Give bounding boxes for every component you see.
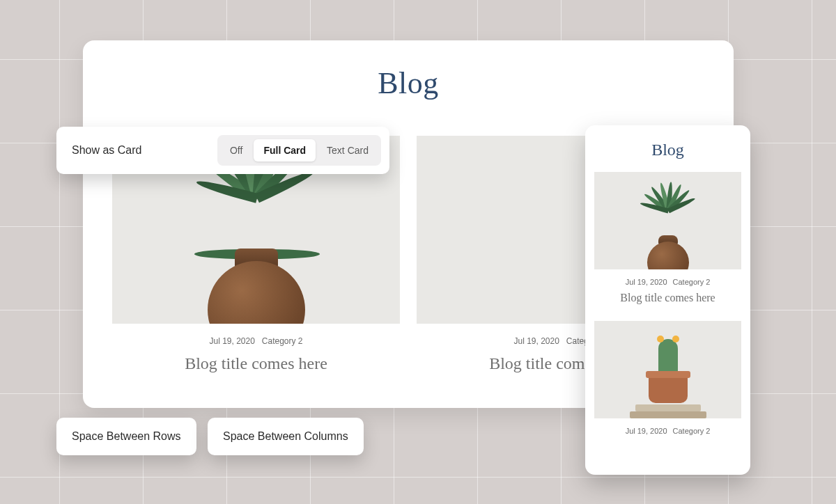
post-title: Blog title comes here — [185, 354, 327, 373]
space-between-columns-control[interactable]: Space Between Columns — [208, 418, 364, 455]
card-option-text[interactable]: Text Card — [317, 139, 378, 162]
card-option-off[interactable]: Off — [220, 139, 252, 162]
mobile-preview-card: Blog Jul 19, 2020 Category 2 Blog title … — [585, 125, 750, 475]
post-meta: Jul 19, 2020 Category 2 — [594, 278, 741, 286]
post-category: Category 2 — [673, 427, 711, 435]
cactus-illustration — [594, 321, 741, 418]
card-option-full[interactable]: Full Card — [254, 139, 316, 162]
card-style-segmented-control: Off Full Card Text Card — [217, 135, 381, 166]
blog-page-title-mobile: Blog — [594, 141, 741, 172]
chip-label: Space Between Rows — [72, 430, 181, 442]
post-title: Blog title comes here — [594, 292, 741, 304]
space-between-rows-control[interactable]: Space Between Rows — [56, 418, 196, 455]
post-date: Jul 19, 2020 — [513, 336, 559, 346]
post-image — [594, 172, 741, 269]
post-date: Jul 19, 2020 — [626, 427, 667, 435]
post-image — [594, 321, 741, 418]
post-date: Jul 19, 2020 — [626, 278, 667, 286]
show-as-card-toolbar: Show as Card Off Full Card Text Card — [56, 127, 389, 174]
post-meta: Jul 19, 2020 Category 2 — [594, 427, 741, 435]
show-as-card-label: Show as Card — [72, 144, 142, 157]
post-category: Category 2 — [673, 278, 711, 286]
blog-post-card[interactable]: Jul 19, 2020 Category 2 — [594, 321, 741, 435]
blog-post-card[interactable]: Jul 19, 2020 Category 2 Blog title comes… — [594, 172, 741, 304]
blog-page-title: Blog — [83, 65, 734, 101]
post-date: Jul 19, 2020 — [209, 336, 254, 346]
chip-label: Space Between Columns — [223, 430, 348, 442]
post-meta: Jul 19, 2020 Category 2 — [209, 336, 302, 346]
post-category: Category 2 — [262, 336, 303, 346]
plant-illustration — [594, 172, 741, 269]
